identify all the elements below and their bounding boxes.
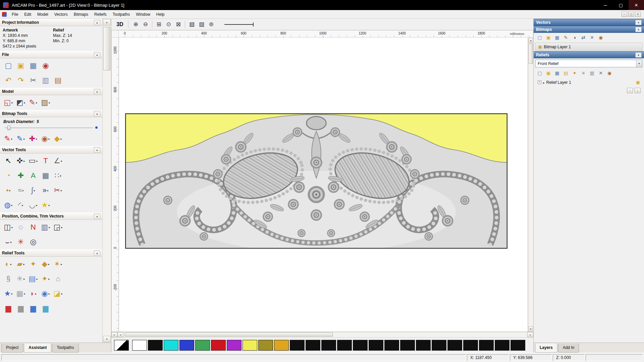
slice-line-control[interactable] — [224, 24, 253, 25]
spiral-icon[interactable]: ◎ — [28, 236, 39, 248]
zoom-window-icon[interactable]: ⊞ — [154, 20, 163, 29]
scroll-down-icon[interactable] — [529, 326, 533, 331]
color-swatch-6[interactable] — [211, 340, 226, 351]
offset-relief-icon[interactable]: ▆ — [3, 302, 14, 314]
offset-vectors-icon[interactable]: ◔ — [3, 170, 14, 182]
collapse-icon[interactable] — [94, 52, 100, 57]
create-relief-icon[interactable]: ✦ — [571, 69, 579, 77]
flyout-arrow-icon[interactable] — [9, 189, 11, 192]
flyout-arrow-icon[interactable] — [48, 204, 50, 207]
bitmap-layer-row[interactable]: ▣ Bitmap Layer 1 — [535, 43, 643, 51]
color-swatch-5[interactable] — [195, 340, 210, 351]
color-swatch-21[interactable] — [447, 340, 462, 351]
canvas-horizontal-scrollbar[interactable]: ▸ ◂ ▸ — [111, 332, 533, 337]
zoom-out-icon[interactable]: ⊖ — [141, 20, 150, 29]
smooth-relief-icon[interactable]: ▰ — [15, 258, 26, 270]
flyout-arrow-icon[interactable] — [11, 226, 13, 229]
new-relief-icon[interactable]: ▢ — [536, 69, 544, 77]
align-vectors-icon[interactable]: ◫ — [3, 221, 14, 233]
free-polyline-icon[interactable]: ≈ — [15, 184, 26, 196]
flyout-arrow-icon[interactable] — [35, 292, 37, 295]
collapse-icon[interactable] — [94, 214, 100, 219]
redo-icon[interactable]: ↷ — [15, 74, 26, 86]
open-model-icon[interactable]: ▣ — [15, 60, 26, 72]
export-model-icon[interactable]: ◉ — [40, 60, 51, 72]
menu-reliefs[interactable]: Reliefs — [91, 10, 110, 18]
create-point-icon[interactable]: • — [3, 184, 14, 196]
scale-relief-icon[interactable]: ✶ — [52, 258, 64, 270]
assistant-scrollbar[interactable] — [102, 19, 111, 343]
create-rectangle-icon[interactable]: ▭ — [28, 155, 39, 167]
create-circle-icon[interactable]: ◍ — [3, 199, 14, 211]
block-copy-icon[interactable]: ▥ — [40, 221, 51, 233]
flyout-arrow-icon[interactable] — [23, 278, 25, 281]
color-swatch-24[interactable] — [495, 340, 509, 351]
create-star-icon[interactable]: ★ — [40, 199, 51, 211]
canvas-2d-view[interactable] — [119, 38, 528, 332]
sphere-relief-icon[interactable]: ◉ — [40, 288, 51, 300]
flyout-arrow-icon[interactable] — [48, 226, 50, 229]
flyout-arrow-icon[interactable] — [36, 160, 38, 163]
mirror-relief-icon[interactable]: ▆ — [15, 302, 26, 314]
flyout-arrow-icon[interactable] — [60, 137, 62, 140]
add-relief-icon[interactable]: ◆ — [40, 258, 51, 270]
view-3d-button[interactable]: 3D — [114, 21, 125, 28]
scroll-thumb[interactable] — [103, 27, 110, 70]
open-relief-icon[interactable]: ▣ — [544, 69, 552, 77]
load-relief-icon[interactable]: ▤ — [562, 69, 570, 77]
collapse-icon[interactable] — [94, 20, 100, 25]
cut-icon[interactable]: ✂ — [28, 74, 39, 86]
copy-relief-icon[interactable]: ▥ — [588, 69, 596, 77]
flyout-arrow-icon[interactable] — [60, 189, 62, 192]
measure-icon[interactable]: ∠ — [52, 155, 64, 167]
color-swatch-16[interactable] — [369, 340, 383, 351]
menu-edit[interactable]: Edit — [21, 10, 34, 18]
collapse-icon[interactable] — [94, 147, 100, 153]
fillet-icon[interactable]: ◡ — [28, 199, 39, 211]
color-swatch-23[interactable] — [479, 340, 494, 351]
menu-help[interactable]: Help — [153, 10, 168, 18]
flood-fill-icon[interactable]: ◆ — [52, 133, 64, 145]
menu-bitmaps[interactable]: Bitmaps — [71, 10, 91, 18]
adjust-bitmap-icon[interactable]: ◑ — [571, 34, 579, 41]
add-note-icon[interactable]: ✎ — [28, 97, 39, 109]
save-model-icon[interactable]: ▦ — [28, 60, 39, 72]
color-swatch-12[interactable] — [306, 340, 320, 351]
flyout-arrow-icon[interactable] — [23, 292, 25, 295]
color-swatch-15[interactable] — [353, 340, 368, 351]
slider-thumb[interactable] — [7, 126, 10, 130]
flyout-arrow-icon[interactable] — [60, 263, 62, 266]
star-relief-icon[interactable]: ★ — [3, 288, 14, 300]
color-swatch-18[interactable] — [400, 340, 415, 351]
canvas-vertical-scrollbar[interactable] — [528, 38, 533, 332]
tab-project[interactable]: Project — [1, 344, 23, 353]
undo-icon[interactable]: ↶ — [3, 74, 14, 86]
color-swatch-11[interactable] — [290, 340, 305, 351]
flyout-arrow-icon[interactable] — [23, 137, 25, 140]
color-swatch-1[interactable] — [132, 340, 147, 351]
relief-selector-dropdown[interactable]: Front Relief — [535, 60, 642, 67]
flyout-arrow-icon[interactable] — [60, 292, 62, 295]
wrap-relief-icon[interactable]: ▆ — [40, 302, 51, 314]
scroll-track[interactable] — [123, 332, 527, 337]
primary-secondary-color-chip[interactable] — [114, 340, 129, 351]
new-model-icon[interactable]: ▢ — [3, 60, 14, 72]
save-relief-icon[interactable]: ▦ — [553, 69, 561, 77]
extrude-relief-icon[interactable]: ✦ — [40, 273, 51, 285]
color-swatch-20[interactable] — [432, 340, 446, 351]
color-swatch-14[interactable] — [337, 340, 352, 351]
flyout-arrow-icon[interactable] — [60, 160, 62, 163]
create-text-abc-icon[interactable]: A — [28, 170, 39, 182]
maximize-button[interactable]: ▢ — [613, 0, 629, 10]
calculate-relief-icon[interactable]: ≡ — [579, 69, 587, 77]
draw-icon[interactable]: ✚ — [28, 133, 39, 145]
flyout-arrow-icon[interactable] — [21, 204, 23, 207]
color-swatch-10[interactable] — [274, 340, 289, 351]
menu-model[interactable]: Model — [34, 10, 51, 18]
color-swatch-2[interactable] — [148, 340, 163, 351]
chevron-right-icon[interactable] — [543, 80, 545, 85]
zoom-fit-icon[interactable]: ⊠ — [174, 20, 183, 29]
circular-copy-icon[interactable]: ◌ — [15, 221, 26, 233]
texture-relief-icon[interactable]: ✳ — [15, 273, 26, 285]
copy-icon[interactable]: ▥ — [40, 74, 51, 86]
